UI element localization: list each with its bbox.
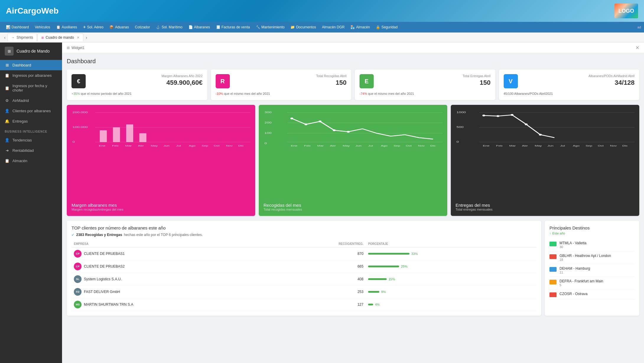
stat-label-recogidas: Total Recogidas Abril: [233, 74, 347, 78]
col-empresa: EMPRESA: [71, 240, 273, 248]
line-chart-recogidas-svg: 300 200 100 0: [264, 110, 443, 155]
svg-text:Dic: Dic: [430, 144, 436, 147]
nav-item-cotizador[interactable]: Cotizador: [132, 23, 153, 32]
nav-item-facturas[interactable]: 🧾 Facturas de venta: [213, 23, 253, 32]
svg-text:Mar: Mar: [125, 144, 132, 147]
dest-flag: [549, 242, 557, 246]
chart-subtitle-entregas: Total entregas mensuales: [456, 208, 635, 211]
chart-subtitle-recogidas: Total recogidas mensuales: [264, 208, 443, 211]
stat-value-pods: 34/128: [521, 79, 635, 87]
tab-close-button[interactable]: ✕: [77, 36, 79, 40]
ingresos-fecha-icon: 📋: [5, 86, 9, 90]
content-area: ⊞ Widget1 ✕ Dashboard € Margen Albaranes…: [62, 43, 644, 363]
tabs-bar: ‹ → Shipments ⊞ Cuadro de mando ✕ ›: [0, 32, 644, 43]
sidebar-item-almacen[interactable]: 📋 Almacén: [0, 156, 62, 166]
tab-shipments[interactable]: → Shipments: [7, 33, 37, 41]
destinations-arrow-icon: ↑: [549, 232, 551, 235]
client-avatar: CP: [74, 250, 82, 258]
progress-bar: [368, 266, 399, 267]
stat-card-recogidas: R Total Recogidas Abril 150 -10% que el …: [211, 69, 352, 100]
svg-point-33: [333, 129, 336, 131]
dest-name: GBLHR - Heathrow Apt / London: [560, 254, 635, 258]
svg-text:Nov: Nov: [226, 144, 233, 147]
client-name-cell: FD FAST DELIVER GmbH: [71, 286, 273, 298]
client-pct-cell: 25%: [366, 260, 536, 273]
nav-item-dashboard[interactable]: 📊 Dashboard: [3, 23, 32, 32]
tab-prev-button[interactable]: ‹: [2, 35, 7, 40]
col-porcentaje: PORCENTAJE: [366, 240, 536, 248]
dest-info: CZOSR - Ostrava: [560, 292, 635, 296]
nav-item-almacen-dgr[interactable]: Almacén DGR: [319, 23, 348, 32]
sidebar-item-rentabilidad[interactable]: ➜ Rentabilidad: [0, 145, 62, 156]
client-avatar: FD: [74, 288, 82, 296]
tab-cuadro-mando[interactable]: ⊞ Cuadro de mando ✕: [38, 33, 83, 41]
nav-item-vehiculos[interactable]: Vehículos: [32, 23, 53, 32]
airmadrid-icon: ⚙: [5, 98, 9, 103]
widget-close-button[interactable]: ✕: [635, 45, 639, 51]
sidebar-item-clientes[interactable]: 👤 Clientes por albaranes: [0, 106, 62, 116]
nav-item-albaranes[interactable]: 📄 Albaranes: [186, 23, 213, 32]
stat-footer-margen: +35% que el mismo periodo del año 2021: [71, 92, 203, 95]
svg-rect-7: [113, 127, 120, 142]
tab-next-button[interactable]: ›: [84, 35, 89, 40]
bi-section-label: BUSINESS INTELLIGENCE: [0, 126, 62, 135]
dashboard-sidebar-icon: ⊞: [5, 63, 9, 67]
dest-count: 11: [560, 271, 635, 274]
nav-item-seguridad[interactable]: 🔒 Seguridad: [373, 23, 401, 32]
svg-text:Abr: Abr: [522, 144, 528, 147]
svg-text:Ago: Ago: [573, 144, 580, 147]
nav-item-aduanas[interactable]: 📦 Aduanas: [106, 23, 132, 32]
nav-item-almacen[interactable]: 🏪 Almacén: [347, 23, 373, 32]
table-row: CP CLIENTE DE PRUEBAS1 870 33%: [71, 248, 536, 260]
stat-footer-pods: 45/100 Albaranes/PODs Abril2021: [504, 92, 635, 95]
facturas-icon: 🧾: [216, 25, 220, 29]
nav-item-documentos[interactable]: 📁 Documentos: [287, 23, 319, 32]
client-name-cell: CP CLIENTE DE PRUEBAS2: [71, 260, 273, 273]
svg-text:Jun: Jun: [163, 144, 170, 147]
sidebar-item-entregas[interactable]: 🔔 Entregas: [0, 116, 62, 126]
table-row: CP CLIENTE DE PRUEBAS2 665 25%: [71, 260, 536, 273]
sidebar-item-ingresos-albaranes[interactable]: 📋 Ingresos por albaranes: [0, 70, 62, 81]
nav-item-sol-aereo[interactable]: ✈ Sol. Aéreo: [80, 23, 106, 32]
client-value-cell: 408: [273, 273, 366, 286]
rentabilidad-icon: ➜: [5, 148, 9, 153]
stat-icon-r: R: [216, 74, 230, 88]
dest-count: 18: [560, 258, 635, 261]
svg-point-30: [290, 118, 293, 119]
svg-text:Ene: Ene: [99, 144, 105, 147]
dest-info: MTMLA - Valletta 30: [560, 241, 635, 249]
nav-item-auxiliares[interactable]: 📋 Auxiliares: [53, 23, 80, 32]
sidebar-item-dashboard[interactable]: ⊞ Dashboard: [0, 60, 62, 70]
client-name: CLIENTE DE PRUEBAS1: [84, 252, 125, 256]
client-pct-cell: 4%: [366, 298, 536, 311]
svg-point-56: [525, 123, 528, 125]
chart-title-entregas: Entregas del mes: [456, 203, 635, 208]
client-avatar: CP: [74, 263, 82, 270]
sidebar-item-airmadrid[interactable]: ⚙ AirMadrid: [0, 95, 62, 106]
svg-text:Jun: Jun: [355, 144, 362, 147]
svg-point-55: [511, 114, 514, 116]
stat-value-recogidas: 150: [233, 79, 347, 87]
progress-bar: [368, 291, 379, 293]
almacen-icon: 🏪: [350, 25, 355, 29]
logo: LOGO: [614, 4, 638, 18]
list-item: DEHAM - Hamburg 11: [549, 264, 635, 277]
nav-item-sol-maritimo[interactable]: ⚓ Sol. Marítimo: [153, 23, 186, 32]
stat-label-entregas: Total Entregas Abril: [377, 74, 491, 78]
chart-cards-grid: 200.000 100.000 0: [67, 105, 639, 216]
chart-title-recogidas: Recogidas del mes: [264, 203, 443, 208]
stat-icon-v: V: [504, 74, 518, 88]
nav-item-mantenimiento[interactable]: 🔧 Mantenimiento: [253, 23, 288, 32]
stat-info-pods: Albaranes/PODs AirMadrid Abril 34/128: [521, 74, 635, 87]
sidebar-item-ingresos-fecha[interactable]: 📋 Ingresos por fecha y chofer: [0, 81, 62, 95]
svg-text:Jul: Jul: [368, 144, 373, 147]
progress-label: 25%: [401, 265, 407, 268]
sidebar-item-tendencias[interactable]: 👤 Tendencias: [0, 135, 62, 145]
clients-table: EMPRESA RECOG/ENTREG. PORCENTAJE CP CLIE…: [71, 240, 536, 311]
sidebar-header-icon: ⊞: [5, 47, 14, 56]
clientes-icon: 👤: [5, 109, 9, 113]
svg-text:Nov: Nov: [610, 144, 617, 147]
client-name: CLIENTE DE PRUEBAS2: [84, 264, 125, 268]
svg-point-53: [482, 115, 485, 116]
svg-text:Dic: Dic: [622, 144, 628, 147]
